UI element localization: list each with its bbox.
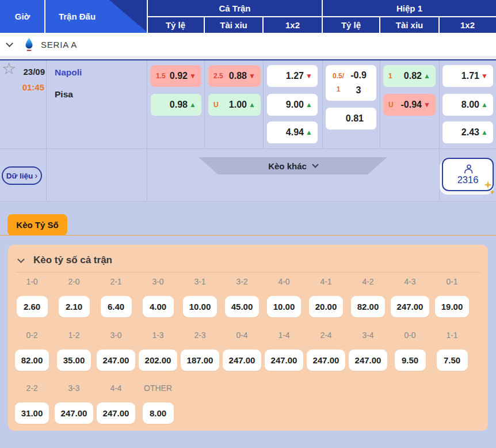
score-odds-button[interactable]: 7.50 xyxy=(437,350,468,371)
tab-score-odds[interactable]: Kèo Tỷ Số xyxy=(7,214,67,236)
trend-up-icon: ▲ xyxy=(479,101,488,108)
score-odds-button[interactable]: 82.00 xyxy=(15,350,49,371)
score-odds-button[interactable]: 247.00 xyxy=(349,350,388,371)
score-label: 3-3 xyxy=(68,384,79,393)
score-label: 4-4 xyxy=(110,384,121,393)
odds-full-2[interactable]: 4.94 ▲ xyxy=(267,122,318,143)
ou-line: U xyxy=(213,101,219,109)
odds-value: 0.81 xyxy=(346,113,364,124)
odds-half-1[interactable]: 1.71 ▼ xyxy=(442,65,493,87)
match-time: 01:45 xyxy=(0,82,44,92)
score-odds-button[interactable]: 247.00 xyxy=(97,403,136,424)
score-odds-button[interactable]: 187.00 xyxy=(181,350,220,371)
score-panel-header[interactable]: Kèo tỷ số cả trận xyxy=(8,253,488,268)
odds-full-handicap-home[interactable]: 1.5 0.92 ▼ xyxy=(151,65,201,87)
odds-table-header: Giờ Trận Đấu Cả Trận Hiệp 1 Tỷ lệ Tài xỉ… xyxy=(0,0,496,33)
more-odds-button[interactable]: Kèo khác xyxy=(199,157,387,174)
score-label: 1-3 xyxy=(152,331,163,340)
home-team-name[interactable]: Napoli xyxy=(55,67,82,78)
score-odds-button[interactable]: 45.00 xyxy=(225,296,260,317)
people-icon xyxy=(462,164,474,174)
odds-value: -0.93 xyxy=(348,68,369,97)
panel-divider xyxy=(16,272,480,272)
odds-value: 4.94 xyxy=(286,127,304,138)
score-odds-button[interactable]: 247.00 xyxy=(391,296,430,317)
score-odds-button[interactable]: 19.00 xyxy=(435,296,470,317)
odds-value: 9.00 xyxy=(286,100,304,110)
score-odds-button[interactable]: 2.10 xyxy=(59,296,90,317)
odds-half-x[interactable]: 8.00 ▲ xyxy=(442,94,493,116)
league-row[interactable]: SERIA A xyxy=(0,33,496,56)
tab-underline xyxy=(0,235,496,236)
chevron-right-icon: › xyxy=(35,170,37,180)
odds-full-x[interactable]: 9.00 ▲ xyxy=(267,94,318,116)
score-label: 4-3 xyxy=(404,277,415,286)
score-odds-button[interactable]: 247.00 xyxy=(265,350,304,371)
odds-half-handicap-home[interactable]: 0.5/1 -0.93 xyxy=(326,65,376,101)
score-label: 2-0 xyxy=(68,277,79,286)
score-odds-button[interactable]: 10.00 xyxy=(183,296,218,317)
subheader-full-overunder: Tài xỉu xyxy=(204,17,263,33)
trend-down-icon: ▼ xyxy=(304,73,312,79)
score-odds-button[interactable]: 8.00 xyxy=(143,403,174,424)
score-odds-button[interactable]: 31.00 xyxy=(15,403,49,424)
odds-full-under[interactable]: U 1.00 ▲ xyxy=(208,94,261,116)
score-odds-button[interactable]: 20.00 xyxy=(309,296,344,317)
column-header-match: Trận Đấu xyxy=(45,0,109,33)
score-odds-button[interactable]: 247.00 xyxy=(223,350,262,371)
score-label: 3-0 xyxy=(110,331,121,340)
score-label: 2-1 xyxy=(110,277,121,286)
odds-full-over[interactable]: 2.5 0.88 ▼ xyxy=(208,65,261,87)
score-label: 4-2 xyxy=(362,277,373,286)
score-label: 1-0 xyxy=(26,277,37,286)
score-label: 1-1 xyxy=(446,331,457,340)
trend-down-icon: ▼ xyxy=(247,73,255,79)
odds-value: 1.27 xyxy=(286,71,304,81)
score-labels-row: 1-0 2-0 2-1 3-0 3-1 3-2 4-0 4-1 4-2 4-3 … xyxy=(11,277,473,286)
ou-line: 1 xyxy=(388,72,392,80)
odds-value: 8.00 xyxy=(461,100,479,110)
score-odds-panel: Kèo tỷ số cả trận 1-0 2-0 2-1 3-0 3-1 3-… xyxy=(8,245,488,431)
score-odds-button[interactable]: 2.60 xyxy=(17,296,48,317)
score-odds-button[interactable]: 9.50 xyxy=(395,350,426,371)
score-label: 0-2 xyxy=(26,331,37,340)
score-odds-button[interactable]: 247.00 xyxy=(97,350,136,371)
trend-up-icon: ▲ xyxy=(479,129,488,136)
odds-value: -0.94 xyxy=(401,100,422,110)
score-label: 0-4 xyxy=(236,331,247,340)
score-label: 4-0 xyxy=(278,277,289,286)
subheader-half-overunder: Tài xỉu xyxy=(380,17,439,33)
score-odds-button[interactable]: 6.40 xyxy=(101,296,132,317)
odds-half-handicap-away[interactable]: 0.81 xyxy=(326,108,376,130)
odds-full-handicap-away[interactable]: 0.98 ▲ xyxy=(151,94,201,116)
odds-full-1[interactable]: 1.27 ▼ xyxy=(267,65,318,87)
score-odds-button[interactable]: 4.00 xyxy=(143,296,174,317)
score-odds-button[interactable]: 202.00 xyxy=(139,350,178,371)
trend-up-icon: ▲ xyxy=(422,73,430,79)
score-odds-button[interactable]: 10.00 xyxy=(267,296,302,317)
away-team-name[interactable]: Pisa xyxy=(55,89,73,100)
chevron-down-icon xyxy=(312,161,318,168)
odds-half-2[interactable]: 2.43 ▲ xyxy=(442,122,493,143)
score-odds-button[interactable]: 35.00 xyxy=(57,350,91,371)
odds-value: 0.82 xyxy=(404,71,422,81)
score-label: 1-4 xyxy=(278,331,289,340)
score-label: 2-3 xyxy=(194,331,205,340)
score-label: 2-4 xyxy=(320,331,331,340)
odds-value: 0.92 xyxy=(170,71,188,81)
score-label: 1-2 xyxy=(68,331,79,340)
score-odds-button[interactable]: 82.00 xyxy=(351,296,386,317)
trend-down-icon: ▼ xyxy=(188,73,196,79)
trend-up-icon: ▲ xyxy=(304,101,312,108)
odds-value: 0.88 xyxy=(229,71,247,81)
score-odds-button[interactable]: 247.00 xyxy=(55,403,94,424)
odds-value: 0.98 xyxy=(170,100,188,110)
odds-half-over[interactable]: 1 0.82 ▲ xyxy=(383,65,436,87)
odds-half-under[interactable]: U -0.94 ▼ xyxy=(383,94,436,116)
league-collapse-chevron-icon[interactable] xyxy=(6,40,13,47)
score-label: OTHER xyxy=(144,384,172,393)
score-odds-button[interactable]: 247.00 xyxy=(307,350,346,371)
trend-up-icon: ▲ xyxy=(247,101,255,108)
data-button[interactable]: Dữ liệu › xyxy=(2,166,42,185)
score-label: 2-2 xyxy=(26,384,37,393)
